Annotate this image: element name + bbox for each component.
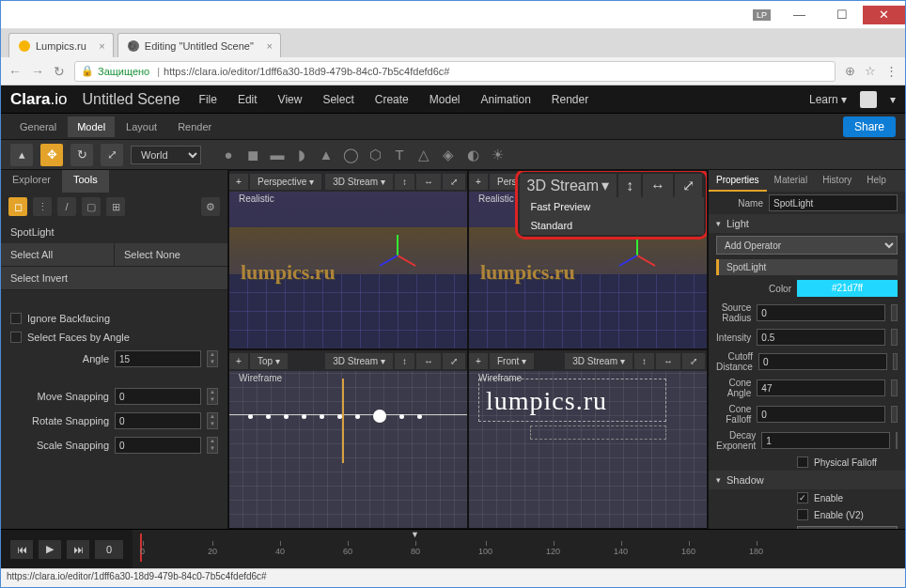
tab-history[interactable]: History	[815, 170, 859, 192]
edge-mode-icon[interactable]: /	[57, 197, 76, 216]
vertex-mode-icon[interactable]: ⋮	[33, 197, 52, 216]
viewport-top[interactable]: + Top ▾ 3D Stream ▾ ↕ ↔ ⤢ Wireframe	[228, 349, 468, 529]
close-button[interactable]: ✕	[863, 6, 905, 24]
polygon-icon[interactable]: ⬡	[367, 147, 383, 163]
source-radius-input[interactable]	[757, 304, 885, 321]
shadow-enable-checkbox[interactable]	[797, 492, 808, 503]
timeline-ruler[interactable]: 0 20 40 60 80 ▼ 100 120 140 160 180	[133, 530, 905, 568]
tab-material[interactable]: Material	[767, 170, 816, 192]
logo[interactable]: Clara.io	[10, 90, 68, 109]
cone-icon[interactable]: ▲	[318, 147, 335, 163]
vp-btn-icon[interactable]: ↔	[416, 174, 441, 190]
render-option-standard[interactable]: Standard	[520, 216, 704, 235]
vp-expand-icon[interactable]: ⤢	[682, 353, 705, 369]
menu-select[interactable]: Select	[322, 93, 353, 106]
menu-create[interactable]: Create	[375, 93, 409, 106]
object-mode-icon[interactable]: ◻	[8, 197, 27, 216]
spinner-icon[interactable]: ▲▼	[207, 437, 218, 454]
light-icon[interactable]: ☀	[489, 147, 506, 163]
settings-icon[interactable]: ⚙	[201, 197, 220, 216]
spinner-icon[interactable]	[896, 432, 898, 449]
transform-gizmo[interactable]	[617, 237, 655, 274]
name-input[interactable]	[769, 194, 898, 211]
spinner-icon[interactable]	[893, 353, 898, 370]
menu-edit[interactable]: Edit	[238, 93, 258, 106]
forward-button[interactable]: ⏭	[67, 540, 89, 559]
rewind-button[interactable]: ⏮	[10, 540, 33, 559]
color-swatch[interactable]: #21d7ff	[797, 280, 898, 297]
decay-input[interactable]	[761, 432, 890, 449]
move-snap-input[interactable]	[115, 388, 201, 405]
select-all-button[interactable]: Select All	[1, 243, 114, 267]
text-icon[interactable]: T	[391, 147, 408, 163]
reload-icon[interactable]: ↻	[54, 64, 65, 79]
disc-icon[interactable]: ◐	[464, 147, 481, 163]
close-tab-icon[interactable]: ×	[99, 40, 104, 52]
tab-properties[interactable]: Properties	[709, 170, 767, 192]
scale-tool-icon[interactable]: ⤢	[101, 144, 123, 166]
star-icon[interactable]: ☆	[865, 64, 876, 78]
prism-icon[interactable]: ◈	[440, 147, 457, 163]
share-button[interactable]: Share	[843, 116, 896, 137]
move-tool-icon[interactable]: ✥	[40, 144, 63, 166]
menu-icon[interactable]: ⋮	[885, 64, 898, 78]
cube-icon[interactable]: ◼	[244, 147, 261, 163]
angle-input[interactable]	[115, 350, 201, 367]
maximize-button[interactable]: ☐	[820, 6, 863, 24]
shading-label[interactable]: Wireframe	[478, 373, 522, 383]
uv-mode-icon[interactable]: ⊞	[106, 197, 125, 216]
cutoff-input[interactable]	[758, 353, 887, 370]
section-light[interactable]: Light	[709, 214, 905, 233]
tab-help[interactable]: Help	[859, 170, 894, 192]
rotate-tool-icon[interactable]: ↻	[70, 144, 93, 166]
ignore-backfacing-checkbox[interactable]	[10, 313, 22, 324]
spinner-icon[interactable]: ▲▼	[207, 350, 218, 367]
viewport-render-select[interactable]: 3D Stream ▾	[325, 353, 393, 369]
spinner-icon[interactable]	[891, 304, 898, 321]
select-invert-button[interactable]: Select Invert	[1, 267, 227, 290]
select-tool-icon[interactable]: ▴	[10, 144, 33, 166]
tab-explorer[interactable]: Explorer	[1, 170, 62, 193]
viewport-add-icon[interactable]: +	[229, 353, 248, 369]
viewport-render-select[interactable]: 3D Stream ▾	[325, 174, 393, 190]
plane-icon[interactable]: ▬	[269, 147, 286, 163]
avatar[interactable]	[860, 91, 877, 108]
minimize-button[interactable]: —	[778, 6, 820, 24]
viewport-add-icon[interactable]: +	[469, 174, 488, 190]
translate-icon[interactable]: ⊕	[845, 64, 855, 78]
browser-tab[interactable]: ↻ Editing "Untitled Scene" ×	[117, 33, 281, 57]
cone-angle-input[interactable]	[757, 379, 885, 396]
play-button[interactable]: ▶	[39, 540, 61, 559]
menu-file[interactable]: File	[199, 93, 217, 106]
spinner-icon[interactable]: ▲▼	[207, 388, 218, 405]
viewport-camera-select[interactable]: Front ▾	[490, 353, 534, 369]
face-mode-icon[interactable]: ▢	[82, 197, 101, 216]
browser-tab[interactable]: Lumpics.ru ×	[8, 33, 114, 57]
transform-gizmo[interactable]	[378, 237, 415, 274]
spinner-icon[interactable]	[891, 406, 898, 423]
vp-btn-icon[interactable]: ↕	[395, 174, 414, 190]
scale-snap-input[interactable]	[115, 437, 201, 454]
url-field[interactable]: 🔒 Защищено | https://clara.io/editor/1df…	[74, 61, 836, 82]
vp-expand-icon[interactable]: ⤢	[443, 174, 465, 190]
coord-select[interactable]: World	[131, 146, 201, 164]
viewport-camera-select[interactable]: Top ▾	[250, 353, 288, 369]
torus-icon[interactable]: ◯	[342, 147, 359, 163]
user-dropdown-icon[interactable]: ▾	[890, 93, 896, 106]
spinner-icon[interactable]	[891, 329, 898, 346]
render-option-fast[interactable]: Fast Preview	[520, 197, 704, 216]
tab-tools[interactable]: Tools	[62, 170, 109, 193]
vp-btn-icon[interactable]: ↕	[634, 353, 654, 369]
viewport-render-select[interactable]: 3D Stream ▾	[520, 174, 617, 197]
shadow-enable-v2-checkbox[interactable]	[797, 509, 808, 520]
vp-btn-icon[interactable]: ↔	[416, 353, 441, 369]
viewport-add-icon[interactable]: +	[469, 353, 488, 369]
viewport-add-icon[interactable]: +	[229, 174, 248, 190]
menu-render[interactable]: Render	[552, 93, 588, 106]
pyramid-icon[interactable]: △	[415, 147, 432, 163]
vp-btn-icon[interactable]: ↔	[643, 174, 673, 197]
spinner-icon[interactable]: ▲▼	[207, 412, 218, 429]
menu-view[interactable]: View	[278, 93, 303, 106]
viewport-render-select[interactable]: 3D Stream ▾	[565, 353, 633, 369]
section-shadow[interactable]: Shadow	[709, 471, 905, 489]
